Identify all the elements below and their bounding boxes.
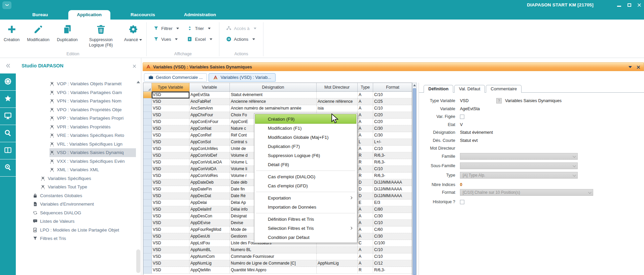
- table-cell[interactable]: VSD: [152, 267, 189, 274]
- tree-item[interactable]: Constantes Globales: [16, 191, 136, 200]
- tree-item[interactable]: VRL : Variables Spécifiques Lign: [16, 140, 136, 149]
- sidebar-close-icon[interactable]: [133, 63, 136, 69]
- table-cell[interactable]: A: [358, 247, 373, 253]
- table-cell[interactable]: C/10: [373, 166, 412, 173]
- row-selector[interactable]: [143, 179, 152, 186]
- table-cell[interactable]: VSD: [152, 253, 189, 260]
- table-cell[interactable]: AgeEvtSta: [189, 92, 230, 98]
- menu-item-definition-filtres-et-tris[interactable]: Définition Filtres et Tris: [255, 215, 356, 224]
- table-cell[interactable]: VSD: [152, 132, 189, 139]
- panel-close-icon[interactable]: [637, 65, 640, 69]
- table-cell[interactable]: AppNumLig: [317, 260, 358, 267]
- menu-item-duplication-f7[interactable]: Duplication (F7): [255, 142, 356, 151]
- trier-button[interactable]: Trier: [187, 26, 212, 31]
- row-selector[interactable]: [143, 260, 152, 267]
- table-cell[interactable]: VSD: [152, 146, 189, 152]
- filtrer-button[interactable]: Filtrer: [153, 26, 179, 31]
- table-scrollbar[interactable]: [412, 83, 417, 275]
- table-cell[interactable]: AncFabRef: [189, 98, 230, 105]
- table-cell[interactable]: C/10: [373, 247, 412, 253]
- collapse-sidebar-icon[interactable]: [5, 63, 11, 70]
- column-header-variable[interactable]: Variable: [189, 83, 230, 91]
- tree-item[interactable]: VSD : Variables Saisies Dynamiq: [16, 148, 136, 157]
- table-cell[interactable]: A: [358, 105, 373, 112]
- table-cell[interactable]: AppDecDat: [189, 193, 230, 200]
- table-cell[interactable]: VSD: [152, 206, 189, 213]
- table-cell[interactable]: L+/-: [373, 139, 412, 146]
- star-icon[interactable]: [0, 91, 16, 108]
- table-cell[interactable]: C/30: [373, 233, 412, 240]
- tree-item[interactable]: Filtres et Tris: [16, 234, 136, 243]
- row-selector[interactable]: [143, 186, 152, 193]
- table-cell[interactable]: C/30: [373, 125, 412, 132]
- help-icon[interactable]: ?: [496, 98, 502, 103]
- tree-item[interactable]: ALPO : Modèles de Liste Partagée Objet: [16, 226, 136, 235]
- tab-val-defaut[interactable]: Val. Défaut: [454, 85, 485, 93]
- row-selector[interactable]: [143, 267, 152, 274]
- table-cell[interactable]: AppNumCom: [189, 253, 230, 260]
- wheel-icon[interactable]: [0, 73, 16, 91]
- table-cell[interactable]: C/30: [373, 213, 412, 220]
- table-cell[interactable]: R: [358, 159, 373, 166]
- table-cell[interactable]: VSD: [152, 112, 189, 119]
- table-cell[interactable]: [317, 247, 358, 253]
- scroll-up-icon[interactable]: [137, 81, 140, 83]
- table-cell[interactable]: Quantité Mini Appro: [230, 267, 317, 274]
- table-cell[interactable]: VSD: [152, 98, 189, 105]
- row-selector[interactable]: [143, 112, 152, 119]
- modification-button[interactable]: Modification: [23, 23, 53, 44]
- table-cell[interactable]: isia: [317, 105, 358, 112]
- table-cell[interactable]: VSD: [152, 193, 189, 200]
- menu-item-cas-d-emploi-dialog[interactable]: Cas d'emploi (DIALOG): [255, 172, 356, 181]
- table-cell[interactable]: AppDesCon: [189, 213, 230, 220]
- table-cell[interactable]: [317, 267, 358, 274]
- row-selector[interactable]: [143, 139, 152, 146]
- tree-item[interactable]: VPO : Variables Propriétés Obje: [16, 105, 136, 114]
- table-cell[interactable]: Numero BL: [230, 247, 317, 253]
- table-cell[interactable]: D/JJ/MM/AAAA: [373, 186, 412, 193]
- table-cell[interactable]: A: [358, 226, 373, 233]
- row-selector[interactable]: [143, 125, 152, 132]
- row-selector[interactable]: [143, 247, 152, 253]
- table-cell[interactable]: C/10: [373, 105, 412, 112]
- table-cell[interactable]: AppConUnMes: [189, 146, 230, 152]
- famille-select[interactable]: [460, 153, 578, 160]
- table-cell[interactable]: AppChxFour: [189, 112, 230, 119]
- table-cell[interactable]: C/12: [373, 260, 412, 267]
- column-header-format[interactable]: Format: [373, 83, 412, 91]
- pin-search-icon[interactable]: [0, 159, 16, 177]
- row-selector[interactable]: [143, 105, 152, 112]
- table-cell[interactable]: VSD: [152, 125, 189, 132]
- table-cell[interactable]: R: [358, 173, 373, 179]
- table-cell[interactable]: VSD: [152, 233, 189, 240]
- table-cell[interactable]: C/20: [373, 112, 412, 119]
- scroll-up-icon[interactable]: [413, 84, 416, 86]
- menu-item-modification-globale-maj-f1[interactable]: Modification Globale (Maj+F1): [255, 133, 356, 142]
- columns-icon[interactable]: [0, 142, 16, 159]
- table-cell[interactable]: AppConVolOA: [189, 166, 230, 173]
- menu-item-condition-par-defaut[interactable]: Condition par Défaut: [255, 233, 356, 242]
- table-cell[interactable]: AppDelaiInf: [189, 206, 230, 213]
- menu-item-cas-d-emploi-gfd[interactable]: Cas d'emploi (GFD): [255, 181, 356, 190]
- row-selector[interactable]: [143, 206, 152, 213]
- table-cell[interactable]: AppConNat: [189, 125, 230, 132]
- row-selector[interactable]: [143, 253, 152, 260]
- table-cell[interactable]: A: [358, 206, 373, 213]
- table-cell[interactable]: C/10: [373, 146, 412, 152]
- table-cell[interactable]: R/6,3-: [373, 173, 412, 179]
- row-selector[interactable]: [143, 220, 152, 226]
- menu-item-detail-f8[interactable]: Détail (F8): [255, 160, 356, 169]
- table-cell[interactable]: AppConEnFour: [189, 119, 230, 125]
- focused-cell[interactable]: VSD: [152, 92, 189, 98]
- table-cell[interactable]: C/25: [373, 98, 412, 105]
- doc-tab-variables-vsd-variab[interactable]: Variables (VSD) : Variab...: [209, 73, 276, 82]
- table-cell[interactable]: Numéro de Ligne de Commande [C]: [230, 260, 317, 267]
- table-cell[interactable]: Ancienne référence: [230, 98, 317, 105]
- table-cell[interactable]: D/JJ/MM/AAAA: [373, 193, 412, 200]
- table-cell[interactable]: A: [358, 98, 373, 105]
- row-selector[interactable]: [143, 193, 152, 200]
- table-cell[interactable]: C/20: [373, 119, 412, 125]
- table-cell[interactable]: AppLstFou: [189, 240, 230, 247]
- table-cell[interactable]: VSD: [152, 166, 189, 173]
- table-cell[interactable]: AppGesUti: [189, 233, 230, 240]
